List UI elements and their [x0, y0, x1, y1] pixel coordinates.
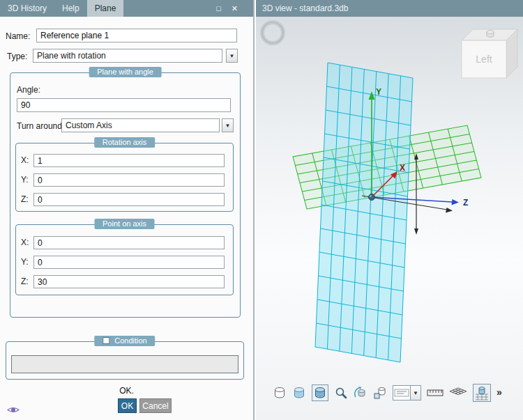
type-dropdown[interactable]: Plane with rotation — [33, 49, 222, 63]
3d-viewport[interactable]: Z Y X — [256, 17, 523, 420]
rotation-y-label: Y: — [21, 175, 29, 185]
ok-button[interactable]: OK — [118, 398, 137, 413]
viewport-canvas[interactable]: Z Y X — [256, 17, 523, 420]
workplane-cylinder-icon[interactable] — [473, 384, 491, 402]
cyan-grid — [315, 63, 413, 362]
measure-ruler-icon[interactable] — [427, 389, 444, 397]
viewport-title: 3D view - standard.3db — [256, 0, 348, 17]
condition-checkbox[interactable] — [103, 337, 109, 344]
point-x-input[interactable] — [33, 236, 225, 249]
nav-cube[interactable]: Left — [462, 29, 517, 78]
view-config-dropdown[interactable]: ▼ — [393, 385, 421, 400]
nav-cube-cylinder-icon — [487, 31, 494, 37]
point-y-input[interactable] — [33, 256, 225, 269]
wireframe-cylinder-icon[interactable] — [273, 386, 287, 400]
point-z-label: Z: — [21, 277, 29, 286]
plane-form: Name: Type: Plane with rotation ▼ Plane … — [0, 17, 253, 420]
z-axis-label: Z — [463, 198, 468, 208]
cancel-button[interactable]: Cancel — [139, 398, 172, 413]
point-x-label: X: — [21, 238, 29, 247]
angle-label: Angle: — [17, 85, 40, 95]
condition-title-text: Condition — [114, 336, 146, 345]
reference-plane-grid — [315, 63, 413, 362]
rotation-z-label: Z: — [21, 194, 29, 204]
rotation-axis-title: Rotation axis — [94, 137, 156, 148]
point-on-axis-title: Point on axis — [94, 219, 155, 229]
tab-plane[interactable]: Plane — [87, 0, 124, 17]
status-text: OK. — [0, 386, 253, 396]
viewport-toolbar: ▼ — [273, 384, 502, 402]
x-axis-label: X — [400, 163, 405, 173]
left-titlebar: 3D History Help Plane □ ✕ — [0, 0, 253, 17]
turn-around-dropdown[interactable]: Custom Axis — [61, 118, 220, 132]
toolbar-overflow-button[interactable]: » — [497, 387, 502, 399]
close-icon[interactable]: ✕ — [232, 4, 238, 13]
camera-window-icon[interactable] — [373, 386, 387, 400]
mesh-grid-icon[interactable] — [449, 387, 467, 398]
point-z-input[interactable] — [33, 275, 225, 288]
orbit-ring-edge — [262, 22, 283, 43]
maximize-icon[interactable]: □ — [216, 4, 221, 13]
shaded-cylinder-icon[interactable] — [292, 386, 306, 400]
tab-help[interactable]: Help — [54, 0, 87, 17]
application-window: 3D History Help Plane □ ✕ Name: Type: Pl… — [0, 0, 523, 420]
angle-input[interactable] — [17, 98, 231, 112]
view-config-arrow-icon[interactable]: ▼ — [410, 386, 420, 400]
shaded-edges-cylinder-icon[interactable] — [312, 384, 328, 401]
rotation-x-label: X: — [21, 155, 29, 165]
condition-title: Condition — [94, 336, 155, 346]
turn-around-dropdown-arrow-icon[interactable]: ▼ — [222, 118, 234, 132]
plane-properties-panel: 3D History Help Plane □ ✕ Name: Type: Pl… — [0, 0, 255, 420]
turn-around-label: Turn around — [17, 121, 62, 131]
3d-view-panel: 3D view - standard.3db — [256, 0, 523, 420]
name-label: Name: — [6, 31, 30, 41]
window-buttons: □ ✕ — [216, 0, 253, 17]
name-input[interactable] — [36, 29, 237, 42]
view-rotate-icon[interactable] — [354, 386, 367, 400]
right-titlebar: 3D view - standard.3db — [256, 0, 523, 17]
rotation-y-input[interactable] — [33, 173, 225, 187]
zoom-icon[interactable] — [334, 386, 348, 400]
nav-cube-face-label: Left — [476, 54, 492, 65]
point-y-label: Y: — [21, 257, 29, 267]
type-dropdown-arrow-icon[interactable]: ▼ — [226, 49, 238, 63]
y-axis-label: Y — [376, 87, 381, 97]
view-config-icon — [393, 388, 410, 398]
eye-icon[interactable] — [7, 405, 20, 417]
rotation-z-input[interactable] — [33, 193, 225, 206]
type-label: Type: — [7, 52, 27, 61]
condition-input — [11, 355, 238, 373]
orbit-control[interactable] — [262, 22, 283, 43]
rotation-x-input[interactable] — [33, 154, 225, 167]
origin-point — [369, 194, 375, 201]
tab-3d-history[interactable]: 3D History — [0, 0, 54, 17]
plane-with-angle-title: Plane with angle — [89, 67, 162, 77]
